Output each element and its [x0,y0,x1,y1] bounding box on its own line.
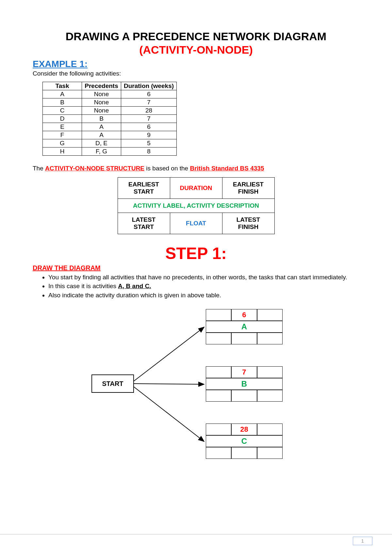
node-ef [257,309,283,321]
node-duration: 6 [231,309,257,321]
table-cell: 7 [121,114,177,123]
node-duration: 28 [231,424,257,435]
table-cell: C [43,106,82,114]
example-intro-text: Consider the following activities: [33,70,359,77]
table-cell: G [43,139,82,147]
diagram-arrows [33,306,359,476]
table-cell: H [43,147,82,155]
activities-table-header: Precedents [82,82,121,90]
step1-subheading: DRAW THE DIAGRAM [33,264,359,272]
table-cell: D [43,114,82,123]
table-cell: D, E [82,139,121,147]
table-cell: A [82,123,121,131]
table-row: EA6 [43,123,177,131]
table-cell: 6 [121,123,177,131]
activity-node-B: 7B [206,366,283,402]
node-es [206,366,231,378]
table-row: HF, G8 [43,147,177,155]
table-cell: A [43,90,82,98]
legend-earliest-finish: EARLIEST FINISH [222,177,274,199]
structure-note: The ACTIVITY-ON-NODE STRUCTURE is based … [33,165,359,172]
legend-activity-label: ACTIVITY LABEL, ACTIVITY DESCRIPTION [118,199,274,213]
table-cell: B [82,114,121,123]
activity-node-C: 28C [206,424,283,459]
network-diagram: START 6A7B28C [33,306,359,476]
structure-note-aon: ACTIVITY-ON-NODE STRUCTURE [45,165,144,172]
svg-line-1 [134,327,204,381]
node-label: B [206,378,283,390]
node-ls [206,390,231,402]
table-cell: 9 [121,131,177,139]
diagram-start-node: START [91,374,134,393]
table-row: CNone28 [43,106,177,114]
node-float [231,390,257,402]
table-row: GD, E5 [43,139,177,147]
list-item: In this case it is activities A, B and C… [48,282,359,290]
node-es [206,309,231,321]
legend-float: FLOAT [170,213,222,234]
node-label: C [206,435,283,447]
table-cell: A [82,131,121,139]
structure-note-pre: The [33,165,45,172]
page-title-sub: (ACTIVITY-ON-NODE) [33,43,359,56]
structure-note-bs: British Standard BS 4335 [190,165,264,172]
node-label: A [206,321,283,333]
legend-duration: DURATION [170,177,222,199]
table-cell: None [82,90,121,98]
footer-divider [0,534,392,534]
table-row: DB7 [43,114,177,123]
activity-node-A: 6A [206,309,283,344]
table-cell: 6 [121,90,177,98]
node-ls [206,447,231,459]
node-ls [206,333,231,344]
table-cell: 5 [121,139,177,147]
legend-latest-start: LATEST START [118,213,170,234]
table-row: BNone7 [43,98,177,106]
table-cell: F [43,131,82,139]
list-item: Also indicate the activity duration whic… [48,291,359,300]
table-row: ANone6 [43,90,177,98]
activities-table: TaskPrecedentsDuration (weeks) ANone6BNo… [42,82,177,156]
legend-latest-finish: LATEST FINISH [222,213,274,234]
activities-table-header: Duration (weeks) [121,82,177,90]
node-structure-legend: EARLIEST START DURATION EARLIEST FINISH … [118,177,275,234]
table-cell: F, G [82,147,121,155]
table-cell: B [43,98,82,106]
node-lf [257,447,283,459]
page-number: 1 [353,537,372,545]
step1-heading: STEP 1: [33,244,359,263]
table-row: FA9 [43,131,177,139]
activities-table-header: Task [43,82,82,90]
node-lf [257,333,283,344]
table-cell: None [82,106,121,114]
example-heading: EXAMPLE 1: [33,59,359,69]
node-float [231,333,257,344]
node-duration: 7 [231,366,257,378]
structure-note-mid: is based on the [144,165,190,172]
table-cell: 7 [121,98,177,106]
svg-line-3 [134,387,204,442]
node-float [231,447,257,459]
table-cell: None [82,98,121,106]
step1-bullets: You start by finding all activities that… [39,273,359,300]
svg-line-2 [134,384,204,384]
list-item: You start by finding all activities that… [48,273,359,282]
table-cell: 28 [121,106,177,114]
table-cell: E [43,123,82,131]
node-ef [257,424,283,435]
node-es [206,424,231,435]
legend-earliest-start: EARLIEST START [118,177,170,199]
table-cell: 8 [121,147,177,155]
node-ef [257,366,283,378]
page-title-main: DRAWING A PRECEDENCE NETWORK DIAGRAM [33,29,359,43]
node-lf [257,390,283,402]
